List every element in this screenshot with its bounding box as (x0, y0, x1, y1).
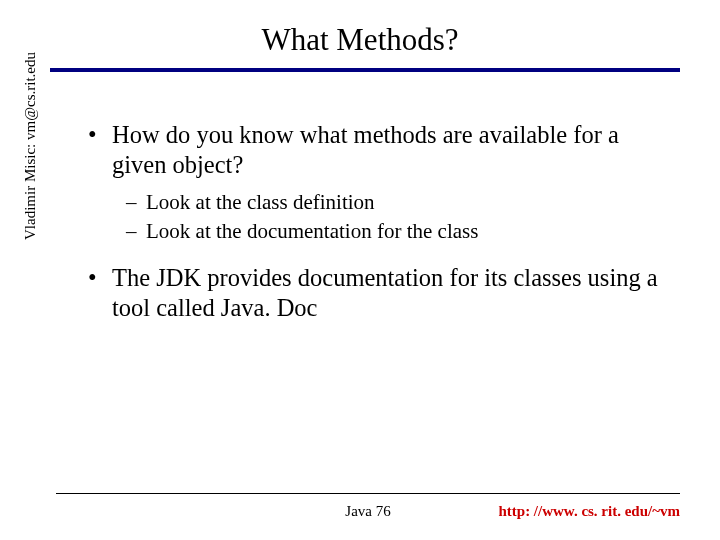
slide-title: What Methods? (0, 0, 720, 68)
slide-content: • How do you know what methods are avail… (0, 72, 720, 323)
footer: Java 76 http: //www. cs. rit. edu/~vm (56, 503, 680, 520)
bullet-text: The JDK provides documentation for its c… (112, 263, 675, 323)
dash-icon: – (126, 219, 146, 245)
footer-rule (56, 493, 680, 494)
sub-list: – Look at the class definition – Look at… (88, 190, 675, 245)
bullet-item: • How do you know what methods are avail… (88, 120, 675, 180)
sub-item: – Look at the class definition (126, 190, 675, 216)
sub-text: Look at the documentation for the class (146, 219, 478, 245)
bullet-dot-icon: • (88, 263, 112, 323)
bullet-dot-icon: • (88, 120, 112, 180)
author-sidebar: Vladimir Misic: vm@cs.rit.edu (22, 10, 39, 240)
footer-center: Java 76 (56, 503, 680, 520)
dash-icon: – (126, 190, 146, 216)
bullet-item: • The JDK provides documentation for its… (88, 263, 675, 323)
sub-item: – Look at the documentation for the clas… (126, 219, 675, 245)
slide: What Methods? Vladimir Misic: vm@cs.rit.… (0, 0, 720, 540)
bullet-text: How do you know what methods are availab… (112, 120, 675, 180)
sub-text: Look at the class definition (146, 190, 375, 216)
